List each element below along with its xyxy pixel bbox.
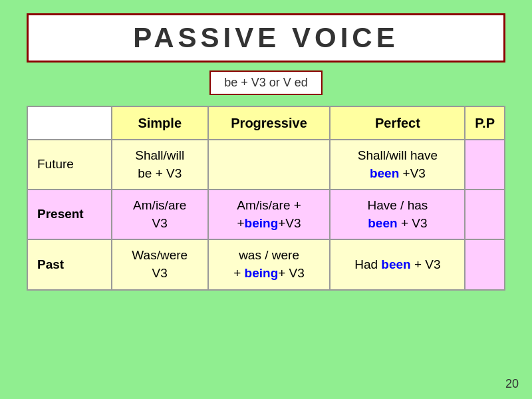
past-pp <box>465 239 505 289</box>
past-perfect: Had been + V3 <box>330 239 465 289</box>
table-row-present: Present Am/is/are V3 Am/is/are ++being+V… <box>27 190 505 239</box>
present-pp <box>465 190 505 239</box>
formula-text: be + V3 or V ed <box>224 76 308 89</box>
present-progressive: Am/is/are ++being+V3 <box>208 190 331 239</box>
past-label: Past <box>27 239 112 289</box>
future-pp <box>465 140 505 190</box>
future-progressive <box>208 140 331 190</box>
header-simple: Simple <box>112 106 208 140</box>
present-perfect: Have / has been + V3 <box>330 190 465 239</box>
grammar-table: Simple Progressive Perfect P.P Future Sh… <box>27 106 505 291</box>
title-box: PASSIVE VOICE <box>27 13 505 63</box>
past-progressive: was / were + being+ V3 <box>208 239 331 289</box>
present-progressive-being: being <box>245 216 279 230</box>
table-row-past: Past Was/were V3 was / were + being+ V3 … <box>27 239 505 289</box>
future-label: Future <box>27 140 112 190</box>
page-title: PASSIVE VOICE <box>133 22 398 53</box>
future-perfect: Shall/will have been +V3 <box>330 140 465 190</box>
future-simple: Shall/will be + V3 <box>112 140 208 190</box>
header-pp: P.P <box>465 106 505 140</box>
header-empty <box>27 106 112 140</box>
formula-box: be + V3 or V ed <box>209 70 323 95</box>
header-perfect: Perfect <box>330 106 465 140</box>
future-perfect-been: been <box>370 166 399 180</box>
table-header-row: Simple Progressive Perfect P.P <box>27 106 505 140</box>
past-perfect-been: been <box>381 257 410 271</box>
past-simple: Was/were V3 <box>112 239 208 289</box>
present-label: Present <box>27 190 112 239</box>
table-row-future: Future Shall/will be + V3 Shall/will hav… <box>27 140 505 190</box>
present-simple: Am/is/are V3 <box>112 190 208 239</box>
past-progressive-being: being <box>245 266 279 280</box>
header-progressive: Progressive <box>208 106 331 140</box>
page-container: PASSIVE VOICE be + V3 or V ed Simple Pro… <box>0 0 532 399</box>
page-number: 20 <box>505 377 519 391</box>
present-perfect-been: been <box>368 216 397 230</box>
